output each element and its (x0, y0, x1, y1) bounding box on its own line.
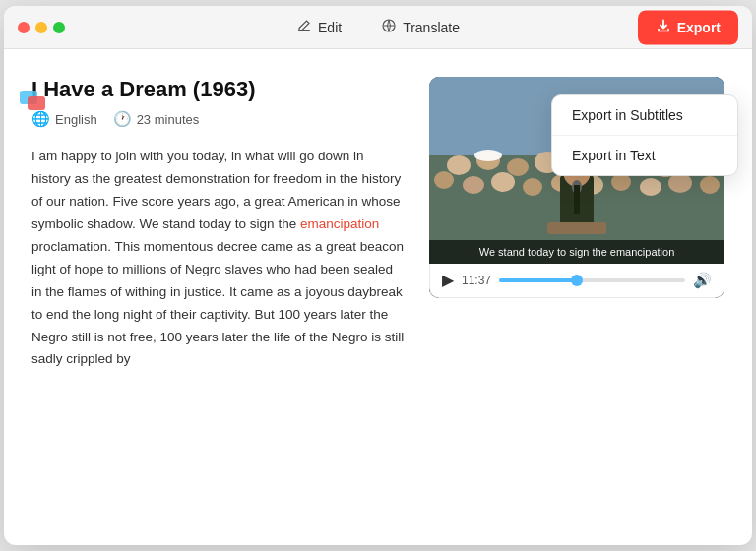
svg-point-19 (523, 178, 542, 196)
svg-point-16 (434, 171, 454, 189)
svg-point-26 (474, 150, 502, 161)
play-button[interactable]: ▶ (442, 273, 454, 288)
export-dropdown: Export in Subtitles Export in Text (551, 94, 738, 176)
svg-point-25 (700, 176, 720, 194)
edit-icon (296, 18, 312, 37)
progress-fill (499, 278, 577, 282)
export-subtitles-item[interactable]: Export in Subtitles (552, 95, 737, 136)
language-label: English (55, 112, 97, 127)
subtitle-text: We stand today to sign the emancipation (479, 246, 675, 258)
app-window: Edit Translate Export Export in Subtitle… (4, 6, 752, 545)
text-panel: I Have a Dream (1963) 🌐 English 🕐 23 min… (32, 77, 406, 545)
svg-point-18 (491, 172, 515, 192)
edit-button[interactable]: Edit (279, 11, 359, 44)
volume-button[interactable]: 🔊 (693, 272, 712, 289)
main-nav: Edit Translate (279, 11, 477, 44)
minimize-button[interactable] (35, 22, 47, 33)
close-button[interactable] (18, 22, 30, 33)
maximize-button[interactable] (53, 22, 65, 33)
progress-thumb (571, 275, 583, 286)
video-subtitle: We stand today to sign the emancipation (429, 240, 724, 264)
video-controls: ▶ 11:37 🔊 (429, 264, 724, 298)
edit-label: Edit (318, 20, 342, 35)
document-meta: 🌐 English 🕐 23 minutes (32, 110, 406, 128)
nav-buttons: Export (638, 10, 738, 44)
app-logo (18, 83, 51, 116)
current-time: 11:37 (462, 274, 491, 287)
export-text-item[interactable]: Export in Text (552, 136, 737, 175)
body-text-after: proclamation. This momentous decree came… (32, 239, 404, 367)
translate-label: Translate (403, 20, 460, 35)
highlight-word: emancipation (300, 216, 379, 231)
svg-rect-33 (547, 222, 606, 234)
export-icon (656, 18, 671, 36)
svg-point-7 (447, 155, 471, 175)
document-body: I am happy to join with you today, in wh… (32, 146, 406, 371)
clock-icon: 🕐 (113, 110, 132, 128)
export-label: Export (677, 20, 721, 35)
duration-meta: 🕐 23 minutes (113, 110, 200, 128)
title-bar: Edit Translate Export (4, 6, 752, 49)
svg-point-9 (507, 158, 529, 176)
svg-rect-1 (28, 96, 45, 110)
svg-point-23 (640, 178, 662, 196)
traffic-lights (18, 22, 65, 33)
translate-icon (381, 18, 397, 37)
document-title: I Have a Dream (1963) (32, 77, 406, 102)
duration-label: 23 minutes (137, 112, 200, 127)
translate-button[interactable]: Translate (363, 11, 477, 44)
export-button[interactable]: Export (638, 10, 738, 44)
svg-point-17 (463, 176, 484, 194)
svg-point-24 (668, 173, 692, 193)
svg-rect-34 (574, 185, 580, 214)
progress-bar[interactable] (499, 278, 685, 282)
